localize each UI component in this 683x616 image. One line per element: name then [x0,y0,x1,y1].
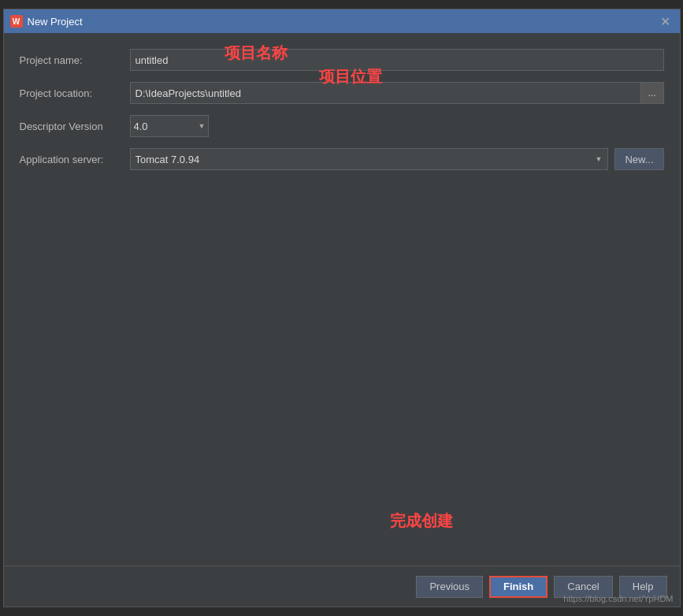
descriptor-version-select-container: 4.0 3.1 3.0 [130,115,209,137]
app-icon: W [10,15,23,28]
descriptor-version-row: Descriptor Version 4.0 3.1 3.0 [20,115,664,137]
project-location-input[interactable] [130,82,640,104]
dialog-title: New Project [28,16,83,28]
project-location-field-group: ... [130,82,664,104]
title-bar: W New Project ✕ [4,9,680,33]
project-location-label: Project location: [20,87,130,99]
descriptor-version-select[interactable]: 4.0 3.1 3.0 [130,115,209,137]
new-server-button[interactable]: New... [614,148,663,170]
descriptor-version-select-wrapper: 4.0 3.1 3.0 [130,115,209,137]
help-button[interactable]: Help [619,576,667,598]
finish-button[interactable]: Finish [489,576,548,598]
dialog-body: Project name: Project location: ... Desc… [4,33,680,566]
dialog: W New Project ✕ Project name: Project lo… [3,9,681,607]
project-name-input[interactable] [130,49,664,71]
application-server-row: Application server: Tomcat 7.0.94 New... [20,148,664,170]
application-server-label: Application server: [20,154,130,165]
previous-button[interactable]: Previous [416,576,483,598]
project-location-row: Project location: ... [20,82,664,104]
browse-button[interactable]: ... [640,82,664,104]
descriptor-version-label: Descriptor Version [20,121,130,132]
main-content-area [20,181,664,566]
project-name-label: Project name: [20,54,130,66]
project-name-row: Project name: [20,49,664,71]
application-server-select[interactable]: Tomcat 7.0.94 [130,148,609,170]
server-select-wrapper: Tomcat 7.0.94 [130,148,609,170]
close-button[interactable]: ✕ [658,13,674,29]
title-bar-left: W New Project [10,15,83,28]
cancel-button[interactable]: Cancel [554,576,612,598]
dialog-footer: Previous Finish Cancel Help https://blog… [4,566,680,607]
dialog-wrapper: W New Project ✕ Project name: Project lo… [0,0,683,616]
